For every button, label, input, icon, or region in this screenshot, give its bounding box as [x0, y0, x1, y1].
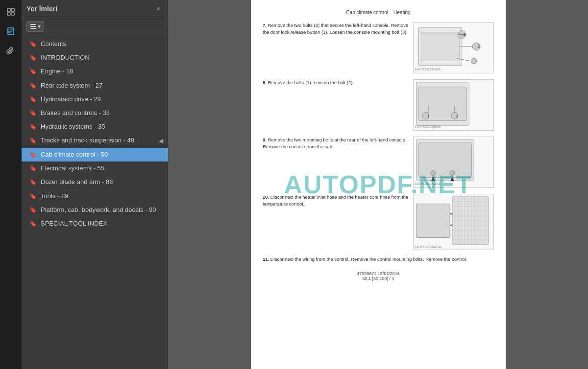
step-10-num: 10.: [263, 194, 269, 200]
sidebar-item-label: Engine - 10: [41, 67, 163, 76]
bookmark-icon: 🔖: [29, 164, 37, 173]
step-8-text: 8. Remove the bolts (1). Loosen the bolt…: [263, 79, 409, 132]
sidebar-item-label: Platform, cab, bodywork, and decals - 90: [41, 206, 163, 214]
step-10-block: 10. Disconnect the heater inlet hose and…: [263, 194, 494, 251]
svg-rect-9: [30, 26, 36, 27]
sidebar-item-brakes[interactable]: 🔖 Brakes and controls - 33: [22, 106, 168, 120]
sidebar-item-label: INTRODUCTION: [41, 53, 163, 62]
pdf-page: Cab climate control – Heating 7. Remove …: [251, 0, 506, 369]
step-11-description: Disconnect the wiring from the control. …: [270, 256, 467, 262]
bookmark-icon: 🔖: [29, 109, 37, 117]
sidebar-item-hydraulic[interactable]: 🔖 Hydraulic systems - 35: [22, 120, 168, 134]
step-7-num: 7.: [263, 23, 267, 28]
sidebar-item-dozer[interactable]: 🔖 Dozer blade and arm - 86: [22, 175, 168, 189]
sidebar-title: Yer İmleri: [26, 5, 57, 13]
step-9-text: 9. Remove the two mounting bolts at the …: [263, 137, 409, 189]
step-8-figure: 1 2 LAI/YCD13BAGA: [413, 79, 494, 132]
bookmark-icon: 🔖: [29, 178, 37, 186]
main-content: AUTOPDF.NET Cab climate control – Heatin…: [169, 0, 588, 369]
sidebar-item-label: Rear axle system - 27: [41, 81, 163, 90]
sidebar-item-label: Cab climate control - 50: [41, 150, 163, 159]
svg-text:1: 1: [464, 32, 466, 37]
sidebar-item-tools[interactable]: 🔖 Tools - 89: [22, 189, 168, 203]
svg-rect-3: [11, 13, 14, 15]
step-10-figure: LAI/YCD13AAGA: [413, 194, 494, 251]
svg-rect-0: [7, 8, 10, 12]
page-header: Cab climate control – Heating: [263, 10, 494, 15]
attachments-icon[interactable]: [3, 43, 19, 59]
bookmark-icon: 🔖: [29, 123, 37, 131]
step-7-text: 7. Remove the two bolts (2) that secure …: [263, 22, 409, 74]
footer-line1: 47998671 15/03/2016: [263, 271, 494, 276]
sidebar-item-label: Tracks and track suspension - 48: [41, 136, 155, 145]
svg-rect-12: [421, 32, 459, 61]
sidebar-header: Yer İmleri ×: [22, 0, 168, 18]
step-7-description: Remove the two bolts (2) that secure the…: [263, 23, 408, 35]
sidebar-item-label: Hydrostatic drive - 29: [41, 95, 163, 104]
svg-rect-10: [30, 28, 36, 29]
collapse-arrow-icon: ◀: [159, 137, 163, 145]
svg-text:2: 2: [456, 114, 458, 118]
sidebar-item-label: SPECIAL TOOL INDEX: [41, 219, 163, 228]
sidebar-item-contents[interactable]: 🔖 Contents: [22, 37, 168, 51]
sidebar-close-button[interactable]: ×: [153, 4, 163, 14]
step-11-num: 11.: [263, 256, 269, 262]
sidebar-item-platform[interactable]: 🔖 Platform, cab, bodywork, and decals - …: [22, 203, 168, 217]
sidebar-view-button[interactable]: ▾: [26, 21, 44, 32]
sidebar-item-rear-axle[interactable]: 🔖 Rear axle system - 27: [22, 79, 168, 92]
pages-icon[interactable]: [3, 4, 19, 20]
sidebar-item-introduction[interactable]: 🔖 INTRODUCTION: [22, 51, 168, 65]
svg-point-34: [431, 171, 436, 176]
sidebar-item-label: Brakes and controls - 33: [41, 109, 163, 117]
svg-rect-1: [11, 8, 14, 12]
sidebar-item-label: Dozer blade and arm - 86: [41, 178, 163, 186]
step-7-block: 7. Remove the two bolts (2) that secure …: [263, 22, 494, 74]
bookmark-icon: 🔖: [29, 68, 37, 76]
step-8-description: Remove the bolts (1). Loosen the bolt (2…: [268, 80, 354, 85]
sidebar-panel: Yer İmleri × ▾ 🔖 Contents 🔖 INTRODUCTION…: [22, 0, 169, 369]
sidebar-list: 🔖 Contents 🔖 INTRODUCTION 🔖 Engine - 10 …: [22, 35, 168, 369]
svg-text:3: 3: [475, 59, 478, 63]
page-footer: 47998671 15/03/2016 50.1 [50.100] / 4: [263, 268, 494, 281]
svg-rect-2: [7, 13, 10, 15]
step-8-num: 8.: [263, 80, 267, 85]
bookmark-icon: 🔖: [29, 54, 37, 62]
step-9-description: Remove the two mounting bolts at the rea…: [263, 137, 407, 149]
svg-text:2: 2: [478, 45, 480, 49]
sidebar-toolbar: ▾: [22, 18, 168, 35]
bookmark-icon: 🔖: [29, 40, 37, 48]
step-11-block: 11. Disconnect the wiring from the contr…: [263, 256, 494, 263]
sidebar-item-label: Electrical systems - 55: [41, 164, 163, 173]
step-10-text: 10. Disconnect the heater inlet hose and…: [263, 194, 409, 251]
sidebar-item-tracks[interactable]: 🔖 Tracks and track suspension - 48 ◀: [22, 134, 168, 148]
bookmark-icon: 🔖: [29, 137, 37, 145]
sidebar-item-hydrostatic[interactable]: 🔖 Hydrostatic drive - 29: [22, 92, 168, 106]
bookmark-icon: 🔖: [29, 95, 37, 104]
step-7-figure: 1 2 3 LAI/YCD12TAGA: [413, 22, 494, 74]
sidebar-item-engine[interactable]: 🔖 Engine - 10: [22, 65, 168, 78]
svg-text:LAI/YCD12TAGA: LAI/YCD12TAGA: [415, 68, 441, 71]
svg-text:LAI/YCD13BAGA: LAI/YCD13BAGA: [415, 125, 441, 128]
svg-rect-59: [416, 204, 450, 238]
svg-point-36: [450, 171, 455, 176]
sidebar-item-cab-climate[interactable]: 🔖 Cab climate control - 50: [22, 148, 168, 161]
step-9-num: 9.: [263, 137, 267, 142]
footer-line2: 50.1 [50.100] / 4: [263, 276, 494, 281]
svg-text:LAI/YCD13AAGA: LAI/YCD13AAGA: [415, 245, 441, 249]
step-10-description: Disconnect the heater inlet hose and the…: [263, 194, 408, 207]
step-9-block: 9. Remove the two mounting bolts at the …: [263, 137, 494, 189]
view-dropdown-arrow: ▾: [38, 23, 41, 30]
sidebar-item-special-tool[interactable]: 🔖 SPECIAL TOOL INDEX: [22, 217, 168, 231]
bookmark-icon: 🔖: [29, 151, 37, 159]
step-8-block: 8. Remove the bolts (1). Loosen the bolt…: [263, 79, 494, 132]
step-9-figure: LAI/YCD13AAGA: [413, 137, 494, 189]
sidebar-item-label: Contents: [41, 40, 163, 48]
bookmark-icon: 🔖: [29, 82, 37, 90]
bookmarks-icon[interactable]: [3, 23, 19, 39]
bookmark-icon: 🔖: [29, 192, 37, 201]
sidebar-item-electrical[interactable]: 🔖 Electrical systems - 55: [22, 161, 168, 175]
svg-text:1: 1: [427, 114, 429, 118]
icon-bar: [0, 0, 22, 369]
svg-rect-33: [418, 143, 471, 178]
sidebar-item-label: Hydraulic systems - 35: [41, 122, 163, 131]
